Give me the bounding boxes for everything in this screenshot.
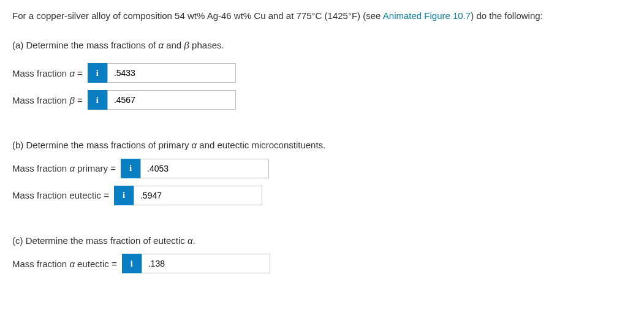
beta-input[interactable] xyxy=(107,90,236,110)
info-icon[interactable]: i xyxy=(121,159,140,178)
beta-label: Mass fraction β = xyxy=(12,95,83,105)
part-c-label: (c) Determine the mass fraction of eutec… xyxy=(12,234,632,248)
part-a-and: and xyxy=(164,40,184,50)
eutectic-input[interactable] xyxy=(134,186,262,205)
primary-label: Mass fraction α primary = xyxy=(12,163,116,173)
eutectic-alpha-label: Mass fraction α eutectic = xyxy=(12,259,117,269)
info-icon[interactable]: i xyxy=(122,254,142,273)
eutectic-input-row: Mass fraction eutectic = i xyxy=(12,186,632,205)
alpha-input-row: Mass fraction α = i xyxy=(12,63,632,83)
eutectic-label: Mass fraction eutectic = xyxy=(12,190,109,200)
part-b-label: (b) Determine the mass fractions of prim… xyxy=(12,139,632,153)
part-c-alpha: α xyxy=(188,235,193,246)
alpha-label: Mass fraction α = xyxy=(12,68,83,78)
part-a-beta: β xyxy=(184,40,189,50)
alpha-input[interactable] xyxy=(107,63,236,83)
part-b-suffix: and eutectic microconstituents. xyxy=(197,140,325,150)
part-b-alpha: α xyxy=(192,140,197,150)
part-a-suffix: phases. xyxy=(189,40,224,50)
beta-input-row: Mass fraction β = i xyxy=(12,90,632,110)
primary-input-row: Mass fraction α primary = i xyxy=(12,159,632,178)
primary-input[interactable] xyxy=(140,159,269,178)
part-a-alpha: α xyxy=(158,40,164,50)
problem-intro: For a copper-silver alloy of composition… xyxy=(12,9,632,23)
part-a-prefix: (a) Determine the mass fractions of xyxy=(12,40,158,50)
intro-suffix: ) do the following: xyxy=(471,10,543,21)
intro-prefix: For a copper-silver alloy of composition… xyxy=(12,10,383,21)
info-icon[interactable]: i xyxy=(114,186,134,205)
part-b-prefix: (b) Determine the mass fractions of prim… xyxy=(12,140,192,150)
info-icon[interactable]: i xyxy=(88,63,107,83)
info-icon[interactable]: i xyxy=(88,90,107,110)
eutectic-alpha-input[interactable] xyxy=(142,254,270,273)
part-c-suffix: . xyxy=(193,235,195,246)
figure-link[interactable]: Animated Figure 10.7 xyxy=(383,10,471,21)
eutectic-alpha-input-row: Mass fraction α eutectic = i xyxy=(12,254,632,273)
part-a-label: (a) Determine the mass fractions of α an… xyxy=(12,39,632,53)
part-c-prefix: (c) Determine the mass fraction of eutec… xyxy=(12,235,188,246)
